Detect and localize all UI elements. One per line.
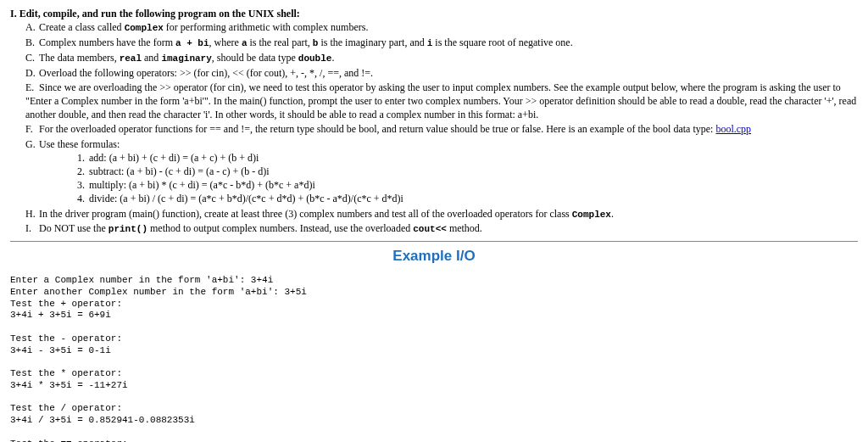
formula-divide: 4. divide: (a + bi) / (c + di) = (a*c + …: [73, 192, 858, 205]
example-io-title: Example I/O: [10, 247, 858, 266]
bool-cpp-link[interactable]: bool.cpp: [715, 123, 751, 135]
item-b: B.Complex numbers have the form a + bi, …: [25, 36, 858, 50]
item-h: H.In the driver program (main() function…: [25, 207, 858, 221]
divider: [10, 241, 858, 242]
code-classname: Complex: [125, 23, 164, 33]
formula-subtract: 2. subtract: (a + bi) - (c + di) = (a - …: [73, 165, 858, 178]
assignment-document: I. Edit, compile, and run the following …: [10, 7, 858, 442]
item-a: A.Create a class called Complex for perf…: [25, 20, 858, 35]
formula-multiply: 3. multiply: (a + bi) * (c + di) = (a*c …: [73, 178, 858, 192]
instruction-list: A.Create a class called Complex for perf…: [25, 20, 858, 236]
formula-list: 1. add: (a + bi) + (c + di) = (a + c) + …: [73, 151, 858, 206]
example-io-block: Enter a Complex number in the form 'a+bi…: [10, 275, 858, 442]
item-i: I.Do NOT use the print() method to outpu…: [25, 221, 858, 236]
item-f: F.For the overloaded operator functions …: [25, 122, 858, 136]
formula-add: 1. add: (a + bi) + (c + di) = (a + c) + …: [73, 151, 858, 165]
item-e: E.Since we are overloading the >> operat…: [25, 81, 858, 122]
item-c: C.The data members, real and imaginary, …: [25, 51, 858, 65]
item-g: G.Use these formulas: 1. add: (a + bi) +…: [25, 137, 858, 206]
section-heading: I. Edit, compile, and run the following …: [10, 7, 858, 20]
item-d: D.Overload the following operators: >> (…: [25, 66, 858, 80]
